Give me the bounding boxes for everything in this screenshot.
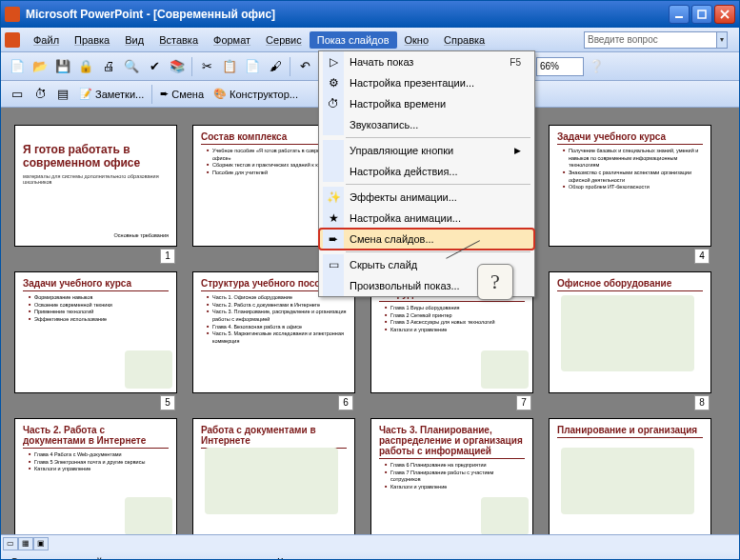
play-icon: ▷	[323, 51, 344, 72]
menu-rehearse-timing[interactable]: ⏱Настройка времени	[319, 93, 534, 114]
slide-number: 5	[160, 395, 175, 410]
app-icon	[5, 7, 20, 22]
menu-action-settings[interactable]: Настройка действия...	[319, 161, 534, 182]
clipart-icon	[561, 295, 694, 371]
rehearse-icon[interactable]: ⏱	[30, 84, 50, 105]
slide-thumb[interactable]: Планирование и организация	[549, 418, 711, 534]
menu-help[interactable]: Справка	[436, 31, 492, 49]
status-sorter: Сортировщик слайдов	[1, 554, 268, 560]
permission-icon[interactable]: 🔒	[75, 56, 96, 77]
zoom-combo[interactable]: 66%	[536, 57, 584, 76]
setup-icon: ⚙	[323, 72, 344, 93]
print-icon[interactable]: 🖨	[98, 56, 119, 77]
clipart-icon	[561, 448, 694, 514]
custom-show-icon	[323, 275, 344, 296]
slide-number: 6	[338, 395, 353, 410]
menu-format[interactable]: Формат	[206, 31, 258, 49]
paste-icon[interactable]: 📄	[242, 56, 263, 77]
submenu-arrow-icon: ▶	[514, 146, 521, 155]
menu-edit[interactable]: Правка	[67, 31, 117, 49]
slide-thumb[interactable]: Я готов работать в современном офисе мат…	[14, 125, 177, 247]
slide-thumb[interactable]: Офисное оборудование	[549, 271, 711, 393]
titlebar: Microsoft PowerPoint - [Современный офис…	[1, 1, 739, 28]
undo-icon[interactable]: ↶	[294, 56, 315, 77]
format-painter-icon[interactable]: 🖌	[265, 56, 286, 77]
clipart-icon	[481, 350, 529, 389]
menu-setup-show[interactable]: ⚙Настройка презентации...	[319, 72, 534, 93]
preview-icon[interactable]: 🔍	[121, 56, 142, 77]
slideshow-menu-dropdown: ▷Начать показF5 ⚙Настройка презентации..…	[318, 50, 535, 297]
view-switcher: ▭ ▦ ▣	[1, 534, 739, 551]
status-layout: Квадрант	[268, 554, 332, 560]
clipart-icon	[125, 350, 172, 389]
menu-window[interactable]: Окно	[397, 31, 437, 49]
clipart-icon	[481, 497, 529, 534]
menu-insert[interactable]: Вставка	[151, 31, 206, 49]
menu-custom-animation[interactable]: ★Настройка анимации...	[319, 208, 534, 229]
action-buttons-icon	[323, 140, 344, 161]
menu-file[interactable]: Файл	[26, 31, 67, 49]
cut-icon[interactable]: ✂	[196, 56, 217, 77]
doc-icon[interactable]	[5, 32, 20, 48]
help-search-input[interactable]: Введите вопрос	[584, 31, 717, 49]
clock-icon: ⏱	[323, 93, 344, 114]
transition-button[interactable]: ➨Смена	[156, 86, 208, 102]
summary-icon[interactable]: ▤	[52, 84, 73, 105]
new-icon[interactable]: 📄	[7, 56, 28, 77]
menu-slideshow[interactable]: Показ слайдов	[310, 31, 397, 49]
menu-start-show[interactable]: ▷Начать показF5	[319, 51, 534, 72]
window-title: Microsoft PowerPoint - [Современный офис…	[26, 8, 667, 21]
help-callout: ?	[477, 264, 513, 300]
research-icon[interactable]: 📚	[167, 56, 188, 77]
anim-setup-icon: ★	[323, 208, 344, 229]
clipart-icon	[205, 448, 338, 514]
menu-record-narration[interactable]: Звукозапись...	[319, 114, 534, 135]
minimize-button[interactable]	[669, 5, 690, 24]
normal-view-icon[interactable]: ▭	[3, 537, 18, 550]
slide-number: 8	[694, 395, 710, 410]
maximize-button[interactable]	[691, 5, 712, 24]
sorter-view-icon[interactable]: ▦	[18, 537, 33, 550]
clipart-icon	[125, 497, 172, 534]
statusbar: Сортировщик слайдов Квадрант	[1, 551, 739, 560]
slide-thumb[interactable]: Задачи учебного курса Получение базовых …	[549, 125, 711, 247]
open-icon[interactable]: 📂	[30, 56, 50, 77]
hide-slide-icon[interactable]: ▭	[7, 84, 28, 105]
slide-number: 4	[694, 249, 710, 264]
mic-icon	[323, 114, 344, 135]
help-icon[interactable]: ❔	[586, 56, 607, 77]
slide-thumb[interactable]: Задачи учебного курса Формирование навык…	[14, 271, 177, 393]
hide-slide-icon: ▭	[323, 254, 344, 275]
anim-effects-icon: ✨	[323, 187, 344, 208]
close-button[interactable]	[714, 5, 735, 24]
copy-icon[interactable]: 📋	[219, 56, 240, 77]
design-button[interactable]: 🎨Конструктор...	[210, 86, 302, 102]
menu-tools[interactable]: Сервис	[258, 31, 310, 49]
help-search-dropdown[interactable]: ▾	[717, 31, 728, 49]
action-settings-icon	[323, 161, 344, 182]
svg-rect-1	[698, 10, 706, 18]
slide-thumb[interactable]: Часть 2. Работа с документами в Интернет…	[14, 418, 177, 534]
menu-action-buttons[interactable]: Управляющие кнопки▶	[319, 140, 534, 161]
slide-thumb[interactable]: Работа с документами в Интернете	[192, 418, 355, 534]
menubar: Файл Правка Вид Вставка Формат Сервис По…	[1, 28, 739, 52]
menu-slide-transition[interactable]: ➨Смена слайдов...	[319, 229, 534, 250]
save-icon[interactable]: 💾	[52, 56, 73, 77]
slide-number: 7	[516, 395, 531, 410]
transition-icon: ➨	[323, 229, 344, 250]
slideshow-view-icon[interactable]: ▣	[33, 537, 49, 550]
notes-button[interactable]: 📝Заметки...	[75, 86, 148, 102]
spell-icon[interactable]: ✔	[144, 56, 165, 77]
menu-animation-schemes[interactable]: ✨Эффекты анимации...	[319, 187, 534, 208]
svg-rect-0	[675, 16, 683, 18]
menu-view[interactable]: Вид	[117, 31, 151, 49]
slide-number: 1	[160, 249, 175, 264]
slide-thumb[interactable]: Часть 3. Планирование, распределение и о…	[370, 418, 533, 534]
